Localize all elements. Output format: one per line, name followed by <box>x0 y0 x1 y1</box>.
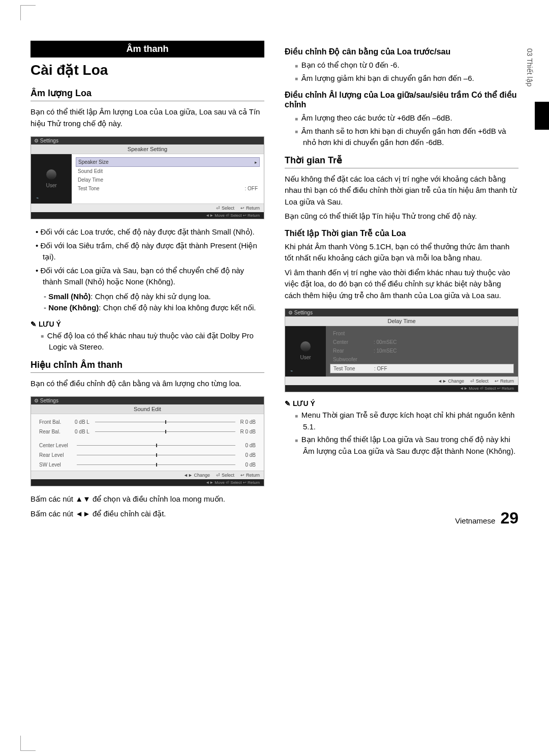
ui-side-panel: User ⌁ <box>31 154 72 203</box>
heading-delay-time: Thời gian Trễ <box>285 155 518 168</box>
ui-footer-return: ↩ Return <box>240 473 260 478</box>
page: 03 Thiết lập Âm thanh Cài đặt Loa Âm lượ… <box>0 0 549 543</box>
ui-footer: ◄► Change ⏎ Select ↩ Return <box>31 471 264 479</box>
side-chapter-tab: 03 Thiết lập <box>526 48 534 86</box>
paragraph-set-delay-1: Khi phát Âm thanh Vòng 5.1CH, bạn có thể… <box>285 241 518 264</box>
left-column: Âm thanh Cài đặt Loa Âm lượng Loa Bạn có… <box>30 41 264 522</box>
note-list: Chế độ loa có thể khác nhau tuỳ thuộc và… <box>41 330 264 353</box>
ui-footer: ⏎ Select ↩ Return <box>31 203 264 212</box>
ui-side-user: User <box>31 183 72 188</box>
ui-footer-dark: ◄► Move ⏎ Select ↩ Return <box>285 385 518 392</box>
pick-icon: ⌁ <box>290 368 293 373</box>
ui-footer-select: ⏎ Select <box>216 206 234 211</box>
note-label: LƯU Ý <box>30 320 264 328</box>
dash-item-none: - None (Không): Chọn chế độ này khi loa … <box>44 302 264 314</box>
ui-row-subwoofer[interactable]: Subwoofer <box>330 355 514 364</box>
square-list-balance: Bạn có thể chọn từ 0 đến -6. Âm lượng gi… <box>295 60 518 84</box>
pick-icon: ⌁ <box>36 195 39 200</box>
note-list-delay: Menu Thời gian Trễ sẽ được kích hoạt chỉ… <box>295 410 518 457</box>
ui-row-test-tone[interactable]: Test Tone: OFF <box>330 364 514 373</box>
bullet-list-speaker-modes: Đối với các Loa trước, chế độ này được đ… <box>36 226 264 288</box>
ui-panel-title: Sound Edit <box>31 404 264 414</box>
note-label: LƯU Ý <box>285 399 518 408</box>
ui-footer-select: ⏎ Select <box>470 379 489 384</box>
disc-icon <box>300 341 311 352</box>
ui-speaker-setting: Settings Speaker Setting User ⌁ Speaker … <box>30 136 264 219</box>
ui-footer: ◄► Change ⏎ Select ↩ Return <box>285 376 518 385</box>
paragraph-delay-2: Bạn cũng có thể thiết lập Tín hiệu Thử t… <box>285 211 518 222</box>
bullet-item: Đối với các Loa trước, chế độ này được đ… <box>36 226 264 238</box>
instruction-leftright: Bấm các nút ◄► để điều chỉnh cài đặt. <box>30 508 264 520</box>
list-item: Âm lượng giảm khi bạn di chuyển gần hơn … <box>295 73 518 84</box>
instruction-updown: Bấm các nút ▲▼ để chọn và điều chỉnh loa… <box>30 493 264 505</box>
ui-row-sound-edit[interactable]: Sound Edit <box>76 167 260 176</box>
ui-panel-title: Delay Time <box>285 316 518 326</box>
ui-side-panel: User ⌁ <box>285 326 326 376</box>
ui-row-rear-bal[interactable]: Rear Bal. 0 dB L R 0 dB <box>36 427 259 437</box>
ui-row-speaker-size[interactable]: Speaker Size▸ <box>76 157 260 167</box>
ui-row-delay-time[interactable]: Delay Time <box>76 176 260 184</box>
ui-footer-return: ↩ Return <box>495 379 514 384</box>
note-item: Menu Thời gian Trễ sẽ được kích hoạt chỉ… <box>295 410 518 432</box>
ui-row-center-level[interactable]: Center Level 0 dB <box>36 441 259 450</box>
intro-paragraph: Bạn có thể thiết lập Âm lượng Loa của Lo… <box>30 106 264 129</box>
ui-row-front[interactable]: Front <box>330 329 514 338</box>
paragraph-set-delay-2: Vì âm thanh đến vị trí nghe vào thời điể… <box>285 267 518 302</box>
chevron-right-icon: ▸ <box>255 160 257 165</box>
note-item: Chế độ loa có thể khác nhau tuỳ thuộc và… <box>41 330 264 353</box>
ui-top-bar: Settings <box>31 397 264 404</box>
ui-row-rear-level[interactable]: Rear Level 0 dB <box>36 450 259 460</box>
ui-panel-title: Speaker Setting <box>31 144 264 154</box>
ui-row-front-bal[interactable]: Front Bal. 0 dB L R 0 dB <box>36 417 259 427</box>
page-language: Vietnamese <box>455 516 495 525</box>
ui-sound-edit: Settings Sound Edit Front Bal. 0 dB L R … <box>30 396 264 486</box>
paragraph-delay-1: Nếu không thể đặt các loa cách vị trí ng… <box>285 173 518 208</box>
ui-row-rear[interactable]: Rear: 10mSEC <box>330 346 514 355</box>
heading-hieu-chinh: Hiệu chỉnh Âm thanh <box>30 359 264 373</box>
section-header-bar: Âm thanh <box>30 41 264 57</box>
ui-footer-select: ⏎ Select <box>216 473 234 478</box>
bullet-item: Đối với loa Siêu trầm, chế độ này được đ… <box>36 240 264 263</box>
heading-volume-adjust: Điều chỉnh Âl lượng của Loa giữa/sau/siê… <box>285 90 518 109</box>
disc-icon <box>46 169 56 180</box>
dash-item-small: - Small (Nhỏ): Chọn chế độ này khi sử dụ… <box>44 291 264 303</box>
ui-row-sw-level[interactable]: SW Level 0 dB <box>36 460 259 470</box>
right-column: Điều chỉnh Độ cân bằng của Loa trước/sau… <box>285 41 518 522</box>
note-item: Bạn không thể thiết lập Loa giữa và Sau … <box>295 434 518 457</box>
dash-list: - Small (Nhỏ): Chọn chế độ này khi sử dụ… <box>44 291 264 314</box>
side-black-tab <box>535 102 549 130</box>
list-item: Bạn có thể chọn từ 0 đến -6. <box>295 60 518 71</box>
ui-footer-dark: ◄► Move ⏎ Select ↩ Return <box>31 212 264 219</box>
ui-footer-change: ◄► Change <box>438 379 464 384</box>
square-list-volume: Âm lượng theo các bước từ +6dB đến –6dB.… <box>295 112 518 149</box>
page-main-title: Cài đặt Loa <box>30 62 264 78</box>
ui-main-panel: Front Center: 00mSEC Rear: 10mSEC Subwoo… <box>326 326 518 376</box>
paragraph-hieu-chinh: Bạn có thể điều chỉnh độ cân bằng và âm … <box>30 378 264 390</box>
ui-delay-time: Settings Delay Time User ⌁ Front Center:… <box>285 308 518 392</box>
ui-top-bar: Settings <box>31 137 264 144</box>
heading-balance-adjust: Điều chỉnh Độ cân bằng của Loa trước/sau <box>285 47 518 56</box>
ui-main-panel: Speaker Size▸ Sound Edit Delay Time Test… <box>72 154 264 203</box>
list-item: Âm thanh sẽ to hơn khi bạn di chuyển gần… <box>295 126 518 149</box>
heading-set-delay: Thiết lập Thời gian Trễ của Loa <box>285 228 518 238</box>
heading-am-luong-loa: Âm lượng Loa <box>30 88 264 101</box>
ui-top-bar: Settings <box>285 309 518 316</box>
ui-footer-change: ◄► Change <box>184 473 210 478</box>
page-number: Vietnamese 29 <box>455 509 518 528</box>
ui-row-center[interactable]: Center: 00mSEC <box>330 338 514 346</box>
bullet-item: Đối với các Loa giữa và Sau, bạn có thể … <box>36 265 264 288</box>
ui-footer-dark: ◄► Move ⏎ Select ↩ Return <box>31 479 264 486</box>
ui-footer-return: ↩ Return <box>240 206 260 211</box>
list-item: Âm lượng theo các bước từ +6dB đến –6dB. <box>295 112 518 124</box>
ui-row-test-tone[interactable]: Test Tone: OFF <box>76 184 260 193</box>
ui-side-user: User <box>285 355 326 360</box>
page-number-value: 29 <box>500 509 518 527</box>
